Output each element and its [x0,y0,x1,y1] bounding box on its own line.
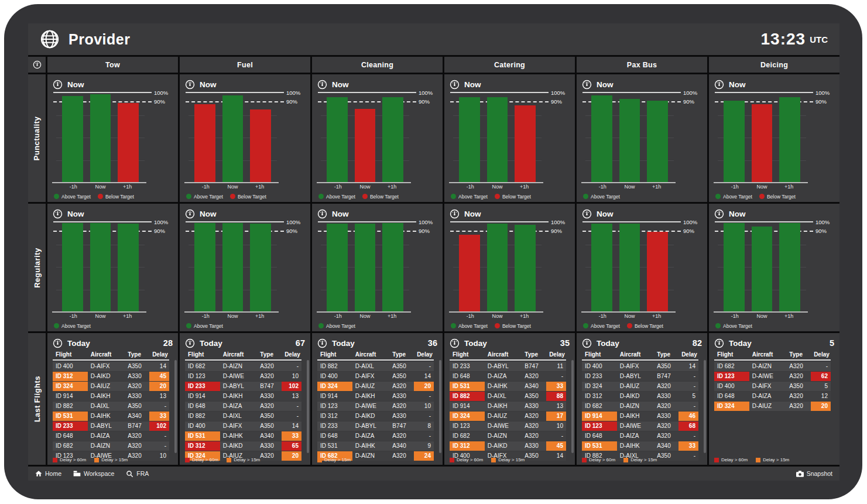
table-title-label: Today [464,339,487,348]
bar-now [90,94,111,183]
type-cell: A320 [389,402,414,411]
type-cell: A320 [522,431,546,441]
delay-cell: - [282,412,301,421]
flight-id-cell: ID 648 [317,431,352,441]
table-scrollbar[interactable] [571,360,574,453]
chart-title-label: Now [332,210,349,218]
table-header-row: FlightAircraftTypeDelay [450,349,566,361]
flight-id-cell: ID 400 [317,372,352,381]
y-axis-label-100: 100% [286,219,300,225]
table-row: ID 531D-AIHKA34033 [185,431,301,441]
column-header-type: Type [257,351,282,358]
x-axis-label: -1h [63,313,84,321]
footer-snapshot-button[interactable]: Snapshot [796,470,832,477]
gauge-icon [582,338,592,348]
flight-id-cell: ID 400 [714,382,749,391]
legend-item-above-target: Above Target [451,323,488,329]
aircraft-cell: D-AIZA [220,402,258,411]
aircraft-cell: D-AIXL [88,402,125,411]
table-header-row: FlightAircraftTypeDelay [53,349,169,361]
chart-title: Now [185,208,305,220]
table-title-label: Today [332,339,355,348]
bar-group [718,92,806,183]
x-axis-line [184,182,279,183]
type-cell: B747 [522,362,546,371]
x-axis-label: Now [90,184,111,192]
catering-last-flights-table: Today35FlightAircraftTypeDelayID 233D-AB… [444,333,575,465]
dashboard-frame: Provider 13:23 UTC TowFuelCleaningCateri… [4,4,862,499]
red-dot-icon [230,194,235,199]
chart-title-label: Now [464,210,481,218]
table-legend: Delay > 60mDelay > 15m [450,457,525,462]
chart-legend: Above TargetBelow Target [185,192,305,201]
aircraft-cell: D-AIHK [220,431,258,441]
table-legend: Delay > 60mDelay > 15m [185,457,260,462]
flight-id-cell: ID 914 [582,412,617,421]
x-axis-labels: -1hNow+1h [585,184,674,192]
footer-home-button[interactable]: Home [35,470,61,477]
legend-item-above-target: Above Target [715,194,752,200]
legend-item-below-target: Below Target [759,194,796,200]
table-row: ID 312D-AIKDA33065 [185,441,301,451]
flight-id-cell: ID 682 [714,362,749,371]
x-axis-label: +1h [646,184,667,192]
chart-plot-zone: 100%90%-1hNow+1hAbove TargetBelow Target [714,90,834,201]
table-legend: Delay > 60mDelay > 15m [582,457,657,462]
x-axis-label: +1h [646,313,667,321]
y-axis-label-90: 90% [815,98,827,105]
footer-workspace-button[interactable]: Workspace [73,470,114,477]
gauge-icon [317,80,327,90]
flight-id-cell: ID 312 [450,441,485,451]
flight-id-cell: ID 914 [185,392,220,401]
type-cell: A330 [654,392,678,401]
bar-now [355,109,375,183]
y-axis-label-100: 100% [815,219,830,225]
legend-label: Above Target [326,323,355,329]
bar-group [718,222,806,312]
legend-item-above-target: Above Target [186,194,223,200]
chart-title-label: Now [597,80,614,89]
table-row: ID 914D-AIKHA330- [317,392,434,401]
table-title: Today35 [450,337,570,349]
column-header-aircraft: Aircraft [220,351,258,358]
row-label-last-flights: Last Flights [28,333,46,465]
bar-now [222,95,243,183]
column-header-flight: Flight [53,351,88,358]
table-scrollbar[interactable] [704,360,706,453]
legend-label: Below Target [767,194,796,200]
table-row: ID 233D-ABYLB7478 [317,421,434,431]
table-scrollbar[interactable] [439,360,441,453]
search-icon [126,470,133,478]
y-axis-label-90: 90% [815,228,827,234]
footer-station-search[interactable]: FRA [126,470,149,478]
table-rows: ID 882D-AIXLA350-ID 400D-AIFXA35014ID 32… [317,362,434,461]
chart-legend: Above TargetBelow Target [450,192,570,201]
column-header-flight: Flight [450,351,485,358]
x-axis-line [714,311,808,313]
delay-cell: 11 [546,362,566,371]
bar-+1h [647,232,667,312]
flight-id-cell: ID 882 [53,402,88,411]
type-cell: A320 [522,412,546,421]
aircraft-cell: D-ABYL [617,372,654,381]
delay-cell: 46 [678,412,698,421]
delay-cell: 20 [149,382,169,391]
table-scrollbar[interactable] [307,360,309,453]
legend-item-delay-15m: Delay > 15m [227,457,260,462]
x-axis-labels: -1hNow+1h [718,184,806,192]
bar-now [752,227,772,312]
column-header-aircraft: Aircraft [617,351,654,358]
tow-regularity-chart: Now100%90%-1hNow+1hAbove Target [47,204,178,331]
legend-label: Above Target [61,323,91,329]
delay-cell: 8 [414,421,434,431]
x-axis-label: +1h [117,313,138,321]
table-scrollbar[interactable] [174,360,177,453]
flight-id-cell: ID 648 [714,392,749,401]
aircraft-cell: D-AIKH [88,392,125,401]
y-axis-label-100: 100% [683,90,697,96]
table-rows: ID 400D-AIFXA35014ID 312D-AIKDA33045ID 3… [53,362,169,461]
bar-group [453,92,542,183]
bar-now [487,97,508,183]
bar--1h [327,97,347,183]
camera-icon [796,471,804,477]
